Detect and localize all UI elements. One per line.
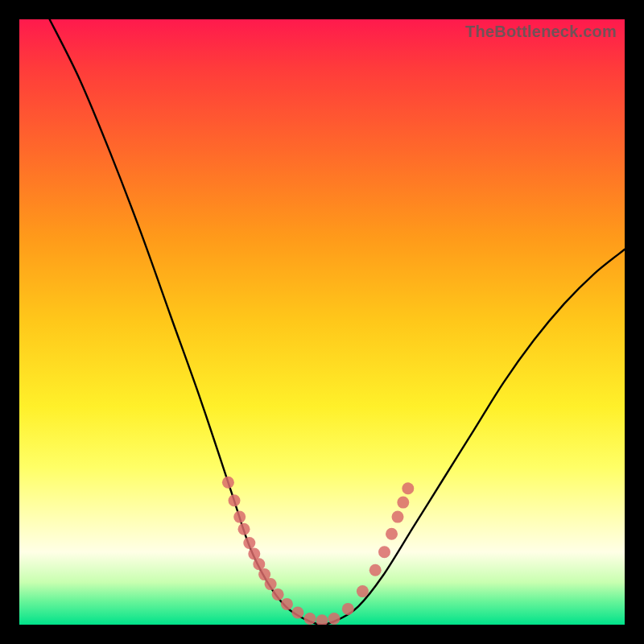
bottleneck-curve xyxy=(50,19,625,625)
chart-frame: TheBottleneck.com xyxy=(0,0,644,644)
marker-dot xyxy=(304,613,316,625)
curve-svg xyxy=(19,19,625,625)
marker-dot xyxy=(281,598,293,610)
marker-dot xyxy=(402,482,414,494)
marker-dot xyxy=(369,564,382,576)
marker-dot xyxy=(342,603,354,615)
marker-dot xyxy=(392,511,404,523)
marker-dot xyxy=(248,548,260,560)
marker-dot xyxy=(238,523,250,535)
marker-dot xyxy=(272,588,284,601)
marker-dot xyxy=(397,497,409,509)
marker-dot xyxy=(233,511,246,523)
marker-dot xyxy=(229,494,241,506)
marker-dot xyxy=(328,613,341,625)
marker-dot xyxy=(378,546,390,558)
marker-dot xyxy=(265,578,277,590)
marker-dot xyxy=(357,585,369,597)
marker-dot xyxy=(243,537,255,549)
marker-dot xyxy=(253,558,265,570)
plot-area: TheBottleneck.com xyxy=(19,19,625,625)
marker-dot xyxy=(222,477,234,489)
marker-dot xyxy=(386,528,398,540)
curve-markers xyxy=(222,477,414,625)
marker-dot xyxy=(316,614,328,625)
marker-dot xyxy=(291,607,303,619)
